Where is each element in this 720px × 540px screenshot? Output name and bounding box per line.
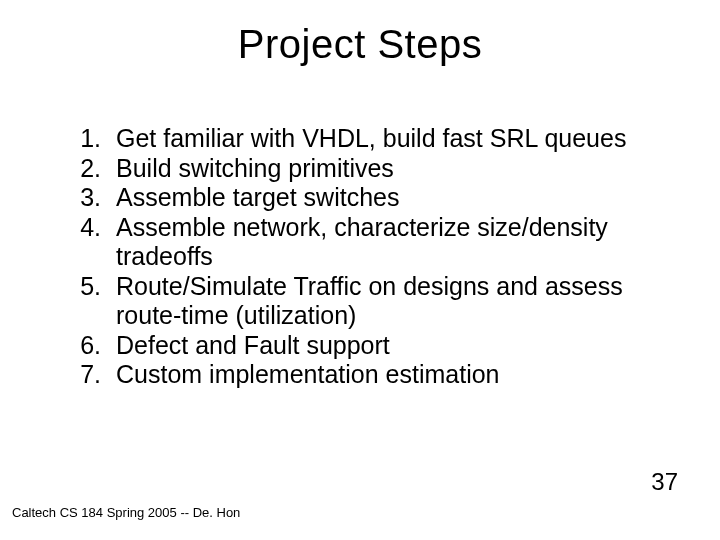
list-item: Get familiar with VHDL, build fast SRL q… (108, 124, 680, 154)
page-number: 37 (651, 468, 678, 496)
list-item: Route/Simulate Traffic on designs and as… (108, 272, 680, 331)
steps-list: Get familiar with VHDL, build fast SRL q… (40, 124, 680, 390)
slide-content: Get familiar with VHDL, build fast SRL q… (40, 124, 680, 390)
list-item: Build switching primitives (108, 154, 680, 184)
list-item: Assemble target switches (108, 183, 680, 213)
list-item: Custom implementation estimation (108, 360, 680, 390)
slide-footer: Caltech CS 184 Spring 2005 -- De. Hon (12, 505, 240, 520)
list-item: Assemble network, characterize size/dens… (108, 213, 680, 272)
list-item: Defect and Fault support (108, 331, 680, 361)
slide-title: Project Steps (0, 22, 720, 67)
slide: Project Steps Get familiar with VHDL, bu… (0, 0, 720, 540)
